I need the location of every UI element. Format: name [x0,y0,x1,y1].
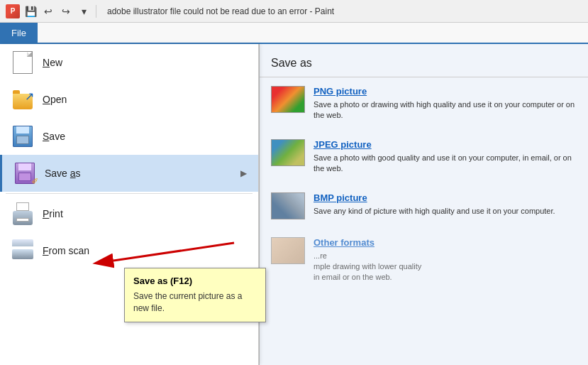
bmp-title: BMP picture [314,192,577,203]
other-desc: ...remple drawing with lower qualityin e… [314,251,577,283]
fromscan-label: From scan [43,245,89,256]
toolbar-separator [96,5,96,18]
titlebar: P 💾 ↩ ↪ ▾ adobe illustrator file could n… [0,0,588,23]
menu-item-new[interactable]: New [0,44,258,81]
submenu-item-jpeg[interactable]: JPEG picture Save a photo with good qual… [260,131,588,184]
window-title: adobe illustrator file could not be read… [107,6,582,16]
other-text: Other formats ...remple drawing with low… [314,237,577,283]
app-icon: P [6,4,20,18]
save-menu-icon [11,125,34,148]
menu-overlay: New ↗ Open Save ✏ Save as [0,44,588,365]
tooltip-title: Save as (F12) [133,276,257,286]
saveas-submenu: Save as PNG picture Save a photo or draw… [259,44,588,365]
submenu-item-bmp[interactable]: BMP picture Save any kind of picture wit… [260,184,588,229]
save-button[interactable]: 💾 [23,4,38,19]
save-label: Save [43,131,65,142]
other-title: Other formats [314,237,577,248]
png-thumbnail [271,86,305,113]
submenu-item-png[interactable]: PNG picture Save a photo or drawing with… [260,77,588,131]
jpeg-thumbnail [271,139,305,166]
other-thumbnail [271,237,305,264]
saveas-label: Save as [45,168,81,179]
print-icon [11,202,34,225]
jpeg-text: JPEG picture Save a photo with good qual… [314,139,577,175]
bmp-description: Save any kind of picture with high quali… [314,206,577,217]
open-label: Open [43,94,67,105]
open-icon: ↗ [11,88,34,111]
redo-button[interactable]: ↪ [58,4,74,19]
tooltip: Save as (F12) Save the current picture a… [124,268,266,322]
submenu-item-other[interactable]: Other formats ...remple drawing with low… [260,229,588,293]
png-title: PNG picture [314,86,577,97]
new-label: New [43,57,62,68]
submenu-header: Save as [260,53,588,77]
bmp-thumbnail [271,192,305,219]
quick-access-toolbar: 💾 ↩ ↪ ▾ [23,4,99,19]
print-label: Print [43,208,63,219]
file-tab[interactable]: File [0,23,38,43]
file-menu: New ↗ Open Save ✏ Save as [0,44,259,365]
open-arrow-icon: ↗ [25,89,34,103]
menu-divider-1 [6,193,253,194]
png-description: Save a photo or drawing with high qualit… [314,99,577,121]
dropdown-button[interactable]: ▾ [76,4,91,19]
menu-item-fromscan[interactable]: From scan [0,232,258,269]
tooltip-description: Save the current picture as a new file. [133,290,257,315]
ribbon: File [0,23,588,44]
scanner-icon [11,239,34,262]
undo-button[interactable]: ↩ [40,4,56,19]
menu-item-print[interactable]: Print [0,195,258,232]
bmp-text: BMP picture Save any kind of picture wit… [314,192,577,217]
new-icon [11,51,34,74]
jpeg-title: JPEG picture [314,139,577,150]
menu-item-save[interactable]: Save [0,118,258,155]
png-text: PNG picture Save a photo or drawing with… [314,86,577,121]
saveas-arrow-icon: ▶ [240,168,247,178]
menu-item-open[interactable]: ↗ Open [0,81,258,118]
jpeg-description: Save a photo with good quality and use i… [314,153,577,175]
saveas-icon: ✏ [13,162,36,185]
menu-item-saveas[interactable]: ✏ Save as ▶ [0,155,258,192]
